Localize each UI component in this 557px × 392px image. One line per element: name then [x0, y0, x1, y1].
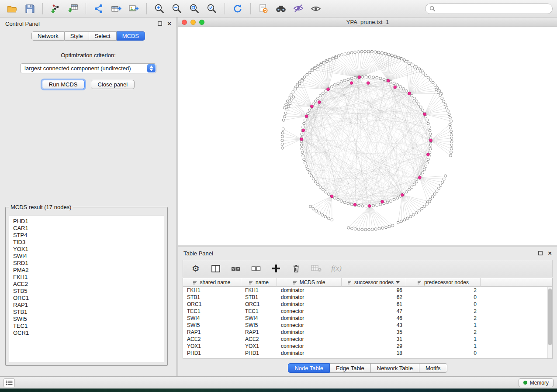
zoom-selected-button[interactable] — [204, 2, 220, 16]
network-graph[interactable] — [178, 27, 557, 245]
import-network-button[interactable] — [48, 2, 63, 16]
mcds-result-item[interactable]: TID3 — [13, 239, 164, 246]
cell-shared-name[interactable]: STB1 — [183, 294, 241, 300]
zoom-fit-button[interactable] — [187, 2, 202, 16]
hide-selected-button[interactable] — [291, 2, 306, 16]
cell-name[interactable]: RAP1 — [241, 329, 277, 335]
cell-name[interactable]: PHD1 — [241, 350, 277, 356]
cell-shared-name[interactable]: SWI5 — [183, 322, 241, 328]
cell-shared-name[interactable]: ACE2 — [183, 336, 241, 342]
cell-predecessors[interactable]: 2 — [406, 287, 481, 293]
cell-name[interactable]: ORC1 — [241, 301, 277, 307]
cell-role[interactable]: connector — [277, 336, 342, 342]
cell-role[interactable]: dominator — [277, 287, 342, 293]
cell-successors[interactable]: 62 — [342, 294, 406, 300]
mcds-result-item[interactable]: STP4 — [13, 232, 164, 239]
cell-role[interactable]: dominator — [277, 350, 342, 356]
refresh-button[interactable] — [230, 2, 246, 16]
show-all-button[interactable] — [308, 2, 324, 16]
show-column-button[interactable] — [210, 263, 221, 274]
cell-role[interactable]: dominator — [277, 329, 342, 335]
delete-column-button[interactable] — [291, 263, 302, 274]
close-window-icon[interactable] — [182, 20, 187, 25]
column-header-predecessor-nodes[interactable]: predecessor nodes — [406, 278, 481, 287]
cell-role[interactable]: dominator — [277, 301, 342, 307]
cell-shared-name[interactable]: YOX1 — [183, 343, 241, 349]
mcds-result-item[interactable]: PHD1 — [13, 218, 164, 225]
table-row[interactable]: RAP1RAP1dominator352 — [183, 329, 547, 336]
float-panel-icon[interactable] — [538, 251, 543, 255]
cell-name[interactable]: STB1 — [241, 294, 277, 300]
add-column-button[interactable] — [270, 263, 282, 274]
mcds-result-item[interactable]: TEC1 — [13, 323, 164, 330]
cell-name[interactable]: SWI5 — [241, 322, 277, 328]
cell-name[interactable]: TEC1 — [241, 308, 277, 314]
cell-predecessors[interactable]: 2 — [406, 308, 481, 314]
cell-predecessors[interactable]: 2 — [406, 315, 481, 321]
table-row[interactable]: TEC1TEC1connector472 — [183, 308, 547, 315]
cell-predecessors[interactable]: 2 — [406, 329, 481, 335]
run-mcds-button[interactable]: Run MCDS — [42, 80, 85, 89]
tab-node-table[interactable]: Node Table — [288, 363, 330, 373]
export-document-button[interactable] — [256, 2, 271, 16]
mcds-result-item[interactable]: ACE2 — [13, 281, 164, 288]
cell-predecessors[interactable]: 1 — [406, 322, 481, 328]
float-panel-icon[interactable] — [158, 21, 162, 26]
import-table-button[interactable] — [65, 2, 81, 16]
cell-successors[interactable]: 29 — [342, 343, 406, 349]
cell-name[interactable]: ACE2 — [241, 336, 277, 342]
mcds-result-item[interactable]: CAR1 — [13, 225, 164, 232]
cell-successors[interactable]: 46 — [342, 315, 406, 321]
cell-shared-name[interactable]: RAP1 — [183, 329, 241, 335]
criterion-dropdown[interactable]: largest connected component (undirected) — [20, 63, 156, 73]
column-header-successor-nodes[interactable]: successor nodes — [342, 278, 406, 287]
cell-shared-name[interactable]: PHD1 — [183, 350, 241, 356]
table-scrollbar[interactable] — [547, 287, 552, 358]
cell-shared-name[interactable]: TEC1 — [183, 308, 241, 314]
table-row[interactable]: SWI4SWI4dominator462 — [183, 315, 547, 322]
task-history-button[interactable] — [3, 378, 15, 387]
table-row[interactable]: SWI5SWI5connector431 — [183, 322, 547, 329]
mcds-result-item[interactable]: RAP1 — [13, 302, 164, 309]
cell-name[interactable]: FKH1 — [241, 287, 277, 293]
cell-name[interactable]: YOX1 — [241, 343, 277, 349]
cell-predecessors[interactable]: 0 — [406, 350, 481, 356]
cell-successors[interactable]: 43 — [342, 322, 406, 328]
table-row[interactable]: ORC1ORC1dominator610 — [183, 301, 547, 308]
table-row[interactable]: STB1STB1dominator620 — [183, 294, 547, 301]
cell-predecessors[interactable]: 1 — [406, 343, 481, 349]
close-panel-icon[interactable]: × — [167, 21, 171, 26]
close-panel-button[interactable]: Close panel — [91, 80, 135, 89]
tab-mcds[interactable]: MCDS — [117, 31, 145, 41]
table-row[interactable]: FKH1FKH1dominator962 — [183, 287, 547, 294]
zoom-in-button[interactable] — [152, 2, 167, 16]
table-row[interactable]: PHD1PHD1dominator180 — [183, 350, 547, 357]
cell-name[interactable]: SWI4 — [241, 315, 277, 321]
export-table-button[interactable] — [108, 2, 124, 16]
tab-network-table[interactable]: Network Table — [371, 363, 419, 373]
cell-role[interactable]: connector — [277, 343, 342, 349]
table-row[interactable]: YOX1YOX1connector291 — [183, 343, 547, 350]
mcds-result-item[interactable]: SWI4 — [13, 253, 164, 260]
mcds-result-item[interactable]: GCR1 — [13, 330, 164, 337]
tab-edge-table[interactable]: Edge Table — [330, 363, 371, 373]
save-button[interactable] — [22, 2, 38, 16]
tab-style[interactable]: Style — [65, 31, 89, 41]
cell-role[interactable]: connector — [277, 322, 342, 328]
export-network-button[interactable] — [91, 2, 107, 16]
function-builder-button[interactable]: f(x) — [331, 263, 342, 274]
cell-shared-name[interactable]: SWI4 — [183, 315, 241, 321]
cell-successors[interactable]: 61 — [342, 301, 406, 307]
tab-network[interactable]: Network — [31, 31, 65, 41]
mcds-result-item[interactable]: SRD1 — [13, 260, 164, 267]
mcds-result-item[interactable]: STB5 — [13, 288, 164, 295]
mcds-result-item[interactable]: STB1 — [13, 309, 164, 316]
select-all-button[interactable] — [230, 263, 242, 274]
tab-motifs[interactable]: Motifs — [419, 363, 447, 373]
network-canvas[interactable] — [178, 27, 557, 245]
cell-successors[interactable]: 31 — [342, 336, 406, 342]
mcds-result-item[interactable]: ORC1 — [13, 295, 164, 302]
cell-shared-name[interactable]: FKH1 — [183, 287, 241, 293]
zoom-out-button[interactable] — [169, 2, 185, 16]
cell-shared-name[interactable]: ORC1 — [183, 301, 241, 307]
